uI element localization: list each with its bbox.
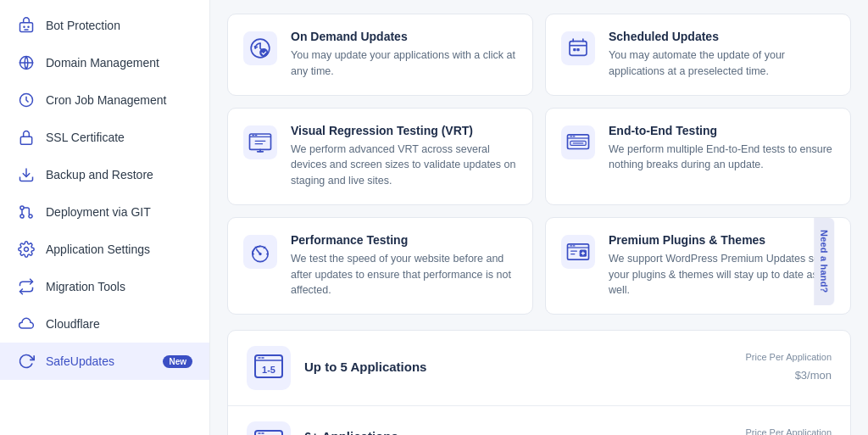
- e2e-icon: [559, 124, 597, 161]
- feature-card-on-demand-updates: On Demand Updates You may update your ap…: [227, 14, 533, 96]
- vrt-title: Visual Regression Testing (VRT): [291, 124, 517, 137]
- sidebar-label-bot-protection: Bot Protection: [46, 19, 120, 32]
- sidebar-label-domain-management: Domain Management: [46, 56, 159, 70]
- sidebar-label-ssl-certificate: SSL Certificate: [46, 131, 125, 144]
- scheduled-updates-text: Scheduled Updates You may automate the u…: [609, 30, 835, 80]
- sidebar-item-cron-job-management[interactable]: Cron Job Management: [0, 81, 209, 119]
- scheduled-updates-title: Scheduled Updates: [609, 30, 835, 43]
- migration-icon: [17, 277, 36, 296]
- sidebar-label-migration-tools: Migration Tools: [46, 280, 125, 293]
- pricing-icon-6-plus: 6: [247, 421, 291, 435]
- svg-point-9: [20, 215, 24, 218]
- sidebar-item-migration-tools[interactable]: Migration Tools: [0, 268, 209, 305]
- on-demand-updates-text: On Demand Updates You may update your ap…: [291, 30, 517, 80]
- svg-point-13: [259, 48, 268, 57]
- sidebar-label-cron-job-management: Cron Job Management: [46, 93, 166, 107]
- sidebar-item-bot-protection[interactable]: Bot Protection: [0, 7, 209, 44]
- pricing-row-6-plus: 6 6+ Applications Save an extra $1 when …: [228, 406, 850, 435]
- sidebar-item-cloudflare[interactable]: Cloudflare: [0, 305, 209, 343]
- pricing-section: 1-5 Up to 5 Applications Price Per Appli…: [227, 330, 851, 435]
- pricing-label-6-plus: 6+ Applications Save an extra $1 when yo…: [304, 429, 732, 435]
- vrt-text: Visual Regression Testing (VRT) We perfo…: [291, 124, 517, 189]
- feature-card-vrt: Visual Regression Testing (VRT) We perfo…: [227, 108, 533, 205]
- feature-card-e2e: End-to-End Testing We perform multiple E…: [545, 108, 851, 205]
- feature-card-premium: Premium Plugins & Themes We support Word…: [545, 217, 851, 315]
- svg-rect-18: [243, 125, 277, 159]
- bot-icon: [17, 16, 36, 35]
- svg-rect-32: [247, 421, 291, 435]
- main-content: On Demand Updates You may update your ap…: [210, 0, 868, 435]
- feature-card-performance: Performance Testing We test the speed of…: [227, 217, 533, 315]
- sidebar-label-cloudflare: Cloudflare: [46, 317, 100, 331]
- svg-rect-5: [20, 137, 31, 144]
- svg-point-25: [259, 253, 261, 255]
- svg-point-10: [25, 248, 29, 252]
- globe-icon: [17, 53, 36, 72]
- sidebar-item-safeupdates[interactable]: SafeUpdates New: [0, 343, 209, 380]
- e2e-title: End-to-End Testing: [609, 124, 835, 137]
- backup-icon: [17, 165, 36, 184]
- premium-text: Premium Plugins & Themes We support Word…: [609, 233, 835, 298]
- feature-card-scheduled-updates: Scheduled Updates You may automate the u…: [545, 14, 851, 96]
- pricing-row-up-to-5: 1-5 Up to 5 Applications Price Per Appli…: [228, 331, 850, 406]
- e2e-text: End-to-End Testing We perform multiple E…: [609, 124, 835, 174]
- performance-desc: We test the speed of your website before…: [291, 251, 517, 298]
- sidebar-label-backup-and-restore: Backup and Restore: [46, 168, 153, 181]
- scheduled-updates-icon: [559, 30, 597, 67]
- svg-rect-16: [573, 48, 576, 51]
- sidebar-item-domain-management[interactable]: Domain Management: [0, 44, 209, 81]
- refresh-icon: [17, 352, 36, 371]
- pricing-label-up-to-5: Up to 5 Applications: [304, 360, 732, 376]
- cloudflare-icon: [17, 315, 36, 333]
- sidebar-item-application-settings[interactable]: Application Settings: [0, 231, 209, 268]
- sidebar-item-deployment-via-git[interactable]: Deployment via GIT: [0, 193, 209, 231]
- sidebar-label-deployment-via-git: Deployment via GIT: [46, 205, 151, 219]
- pricing-per-app-label-0: Price Per Application: [746, 352, 832, 362]
- on-demand-updates-icon: [242, 30, 279, 67]
- performance-title: Performance Testing: [291, 233, 517, 247]
- svg-point-8: [20, 206, 24, 209]
- need-hand-tab[interactable]: Need a hand?: [815, 218, 835, 305]
- premium-icon: [559, 233, 597, 270]
- sidebar-item-ssl-certificate[interactable]: SSL Certificate: [0, 119, 209, 156]
- pricing-icon-up-to-5: 1-5: [247, 346, 291, 390]
- performance-icon: [242, 233, 279, 270]
- safeupdates-badge: New: [163, 355, 192, 368]
- pricing-amount-up-to-5: Price Per Application $3/mon: [746, 352, 832, 384]
- svg-point-7: [29, 215, 32, 218]
- on-demand-updates-title: On Demand Updates: [291, 30, 517, 43]
- svg-rect-0: [20, 23, 33, 32]
- e2e-desc: We perform multiple End-to-End tests to …: [609, 142, 835, 174]
- git-icon: [17, 203, 36, 221]
- sidebar-item-backup-and-restore[interactable]: Backup and Restore: [0, 156, 209, 193]
- performance-text: Performance Testing We test the speed of…: [291, 233, 517, 298]
- premium-title: Premium Plugins & Themes: [609, 233, 835, 247]
- pricing-amount-6-plus: Price Per Application $2/mon: [746, 427, 832, 435]
- lock-icon: [17, 128, 36, 147]
- svg-text:1-5: 1-5: [262, 365, 275, 375]
- pricing-per-app-label-1: Price Per Application: [746, 427, 832, 435]
- vrt-desc: We perform advanced VRT across several d…: [291, 142, 517, 189]
- sidebar-label-application-settings: Application Settings: [46, 243, 150, 256]
- sidebar: Bot Protection Domain Management Cron Jo…: [0, 0, 210, 435]
- svg-rect-17: [576, 48, 579, 51]
- gear-icon: [17, 240, 36, 259]
- clock-icon: [17, 91, 36, 109]
- vrt-icon: [242, 124, 279, 161]
- svg-point-2: [27, 25, 30, 28]
- pricing-price-0: $3/mon: [795, 362, 832, 383]
- features-grid: On Demand Updates You may update your ap…: [227, 14, 851, 315]
- scheduled-updates-desc: You may automate the update of your appl…: [609, 47, 835, 80]
- svg-point-1: [23, 25, 25, 28]
- premium-desc: We support WordPress Premium Updates so …: [609, 251, 835, 298]
- on-demand-updates-desc: You may update your applications with a …: [291, 47, 517, 80]
- pricing-title-up-to-5: Up to 5 Applications: [304, 360, 732, 374]
- pricing-title-6-plus: 6+ Applications: [304, 429, 732, 435]
- sidebar-label-safeupdates: SafeUpdates: [46, 354, 114, 368]
- svg-rect-26: [561, 235, 595, 269]
- svg-rect-23: [243, 235, 277, 269]
